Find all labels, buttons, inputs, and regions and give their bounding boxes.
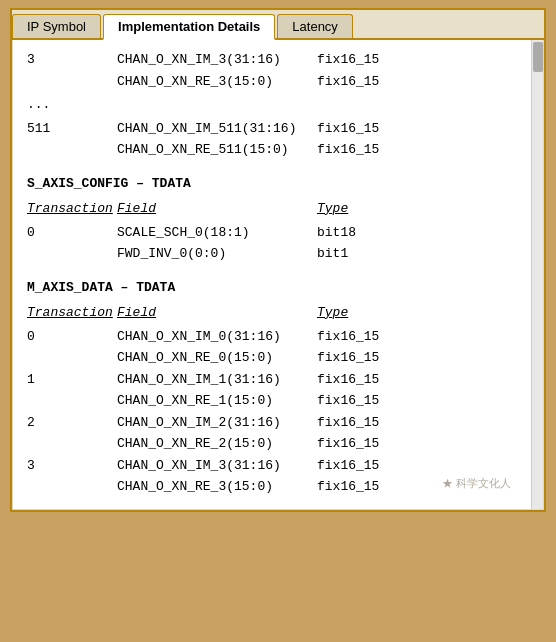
cell-transaction: 0	[27, 327, 117, 347]
cell-field: CHAN_O_XN_RE_0(15:0)	[117, 348, 317, 368]
cell-field: CHAN_O_XN_RE_511(15:0)	[117, 140, 317, 160]
tab-latency[interactable]: Latency	[277, 14, 353, 38]
table-row: 0 CHAN_O_XN_IM_0(31:16) fix16_15	[27, 327, 513, 347]
cell-type: bit18	[317, 223, 417, 243]
cell-type: fix16_15	[317, 72, 417, 92]
cell-type: fix16_15	[317, 119, 417, 139]
table-header: Transaction Field Type	[27, 201, 513, 217]
cell-transaction: 3	[27, 456, 117, 476]
cell-type: fix16_15	[317, 413, 417, 433]
scrollbar-thumb[interactable]	[533, 42, 543, 72]
cell-transaction: 2	[27, 413, 117, 433]
cell-type: fix16_15	[317, 327, 417, 347]
tab-ip-symbol[interactable]: IP Symbol	[12, 14, 101, 38]
cell-type: fix16_15	[317, 391, 417, 411]
tab-bar: IP Symbol Implementation Details Latency	[12, 10, 544, 40]
table-row: CHAN_O_XN_RE_3(15:0) fix16_15	[27, 477, 513, 497]
cell-field: SCALE_SCH_0(18:1)	[117, 223, 317, 243]
table-row: CHAN_O_XN_RE_2(15:0) fix16_15	[27, 434, 513, 454]
table-row: 0 SCALE_SCH_0(18:1) bit18	[27, 223, 513, 243]
cell-field: CHAN_O_XN_IM_3(31:16)	[117, 50, 317, 70]
top-data-rows: 3 CHAN_O_XN_IM_3(31:16) fix16_15 CHAN_O_…	[27, 50, 513, 160]
cell-transaction	[27, 140, 117, 160]
section-title-s-axis-config: S_AXIS_CONFIG – TDATA	[27, 176, 513, 191]
cell-transaction	[27, 391, 117, 411]
table-row: 511 CHAN_O_XN_IM_511(31:16) fix16_15	[27, 119, 513, 139]
cell-transaction: 511	[27, 119, 117, 139]
table-row: CHAN_O_XN_RE_3(15:0) fix16_15	[27, 72, 513, 92]
cell-transaction	[27, 348, 117, 368]
cell-type: fix16_15	[317, 456, 417, 476]
cell-field: CHAN_O_XN_IM_0(31:16)	[117, 327, 317, 347]
cell-field: FWD_INV_0(0:0)	[117, 244, 317, 264]
cell-field: CHAN_O_XN_RE_2(15:0)	[117, 434, 317, 454]
table-row: 1 CHAN_O_XN_IM_1(31:16) fix16_15	[27, 370, 513, 390]
watermark: ★ 科学文化人	[442, 476, 511, 491]
cell-field: CHAN_O_XN_IM_511(31:16)	[117, 119, 317, 139]
table-row: 3 CHAN_O_XN_IM_3(31:16) fix16_15	[27, 50, 513, 70]
cell-transaction	[27, 434, 117, 454]
table-header: Transaction Field Type	[27, 305, 513, 321]
cell-type: fix16_15	[317, 50, 417, 70]
cell-type: fix16_15	[317, 434, 417, 454]
col-header-type: Type	[317, 201, 417, 216]
cell-type: fix16_15	[317, 370, 417, 390]
cell-field: CHAN_O_XN_RE_1(15:0)	[117, 391, 317, 411]
table-row: 3 CHAN_O_XN_IM_3(31:16) fix16_15	[27, 456, 513, 476]
cell-type: fix16_15	[317, 477, 417, 497]
section-title-m-axis-data: M_AXIS_DATA – TDATA	[27, 280, 513, 295]
content-inner: 3 CHAN_O_XN_IM_3(31:16) fix16_15 CHAN_O_…	[27, 50, 529, 497]
s-axis-config-section: S_AXIS_CONFIG – TDATA Transaction Field …	[27, 176, 513, 264]
cell-transaction: 3	[27, 50, 117, 70]
tab-implementation-details[interactable]: Implementation Details	[103, 14, 275, 40]
cell-transaction	[27, 477, 117, 497]
cell-type: bit1	[317, 244, 417, 264]
cell-field: CHAN_O_XN_RE_3(15:0)	[117, 477, 317, 497]
col-header-transaction: Transaction	[27, 201, 117, 216]
main-window: IP Symbol Implementation Details Latency…	[10, 8, 546, 512]
table-row: FWD_INV_0(0:0) bit1	[27, 244, 513, 264]
cell-transaction	[27, 244, 117, 264]
table-row: CHAN_O_XN_RE_511(15:0) fix16_15	[27, 140, 513, 160]
scrollbar[interactable]	[531, 40, 543, 509]
table-row: 2 CHAN_O_XN_IM_2(31:16) fix16_15	[27, 413, 513, 433]
cell-transaction	[27, 72, 117, 92]
col-header-type: Type	[317, 305, 417, 320]
cell-type: fix16_15	[317, 140, 417, 160]
m-axis-data-section: M_AXIS_DATA – TDATA Transaction Field Ty…	[27, 280, 513, 497]
table-row: CHAN_O_XN_RE_0(15:0) fix16_15	[27, 348, 513, 368]
cell-transaction: 0	[27, 223, 117, 243]
content-area: 3 CHAN_O_XN_IM_3(31:16) fix16_15 CHAN_O_…	[12, 40, 544, 510]
cell-type: fix16_15	[317, 348, 417, 368]
table-row: CHAN_O_XN_RE_1(15:0) fix16_15	[27, 391, 513, 411]
cell-transaction: ...	[27, 95, 117, 115]
ellipsis-row: ...	[27, 95, 513, 115]
col-header-transaction: Transaction	[27, 305, 117, 320]
cell-field: CHAN_O_XN_RE_3(15:0)	[117, 72, 317, 92]
cell-transaction: 1	[27, 370, 117, 390]
cell-field: CHAN_O_XN_IM_3(31:16)	[117, 456, 317, 476]
col-header-field: Field	[117, 305, 317, 320]
col-header-field: Field	[117, 201, 317, 216]
cell-field: CHAN_O_XN_IM_1(31:16)	[117, 370, 317, 390]
cell-field: CHAN_O_XN_IM_2(31:16)	[117, 413, 317, 433]
